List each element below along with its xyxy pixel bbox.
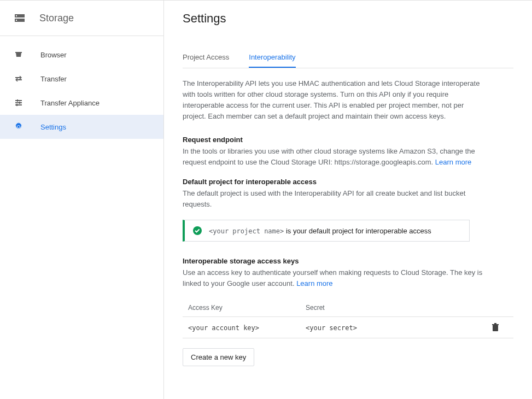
cell-secret: <your secret> — [306, 324, 492, 332]
main-content: Settings Project Access Interoperability… — [164, 1, 532, 399]
sidebar-item-transfer[interactable]: Transfer — [0, 67, 163, 91]
section-access-keys: Interoperable storage access keys Use an… — [183, 257, 513, 366]
bucket-icon — [13, 49, 24, 60]
checkmark-icon — [192, 226, 202, 236]
create-key-button[interactable]: Create a new key — [183, 348, 254, 366]
sidebar-item-browser[interactable]: Browser — [0, 43, 163, 67]
table-row: <your account key> <your secret> — [183, 317, 513, 338]
svg-rect-4 — [15, 52, 22, 53]
transfer-icon — [13, 73, 24, 84]
svg-rect-7 — [15, 102, 22, 103]
request-endpoint-heading: Request endpoint — [183, 136, 513, 144]
sidebar-item-label: Transfer Appliance — [40, 99, 100, 107]
tab-project-access[interactable]: Project Access — [183, 48, 229, 68]
tab-interoperability[interactable]: Interoperability — [249, 48, 295, 68]
svg-rect-5 — [15, 100, 22, 101]
col-action — [492, 304, 508, 312]
svg-rect-3 — [16, 20, 17, 21]
sidebar-item-transfer-appliance[interactable]: Transfer Appliance — [0, 91, 163, 115]
sidebar-item-label: Transfer — [40, 75, 67, 83]
col-access-key: Access Key — [188, 304, 306, 312]
sidebar-item-settings[interactable]: Settings — [0, 115, 163, 139]
learn-more-link[interactable]: Learn more — [296, 279, 332, 287]
request-endpoint-text: In the tools or libraries you use with o… — [183, 146, 489, 168]
access-keys-heading: Interoperable storage access keys — [183, 257, 513, 265]
sidebar-item-label: Settings — [40, 123, 66, 131]
sidebar-nav: Browser Transfer Transfer Appliance Sett… — [0, 36, 163, 139]
gear-icon — [13, 121, 24, 132]
sidebar-header: Storage — [0, 1, 163, 36]
default-project-text: The default project is used with the Int… — [183, 188, 489, 210]
svg-rect-2 — [16, 15, 17, 16]
section-request-endpoint: Request endpoint In the tools or librari… — [183, 136, 513, 168]
cell-action — [492, 323, 508, 332]
default-project-banner: <your project name> is your default proj… — [183, 220, 470, 242]
default-project-heading: Default project for interoperable access — [183, 178, 513, 186]
sidebar: Storage Browser Transfer Transfer Applia… — [0, 1, 164, 399]
page-title: Settings — [183, 11, 513, 26]
delete-key-button[interactable] — [492, 323, 508, 332]
svg-rect-9 — [15, 104, 22, 105]
learn-more-link[interactable]: Learn more — [435, 158, 471, 166]
table-header: Access Key Secret — [183, 299, 513, 317]
svg-rect-8 — [19, 102, 20, 104]
svg-rect-13 — [492, 324, 499, 325]
interoperability-description: The Interoperability API lets you use HM… — [183, 78, 489, 122]
sidebar-title: Storage — [39, 13, 74, 24]
svg-rect-10 — [16, 104, 17, 106]
storage-icon — [13, 11, 26, 25]
cell-access-key: <your account key> — [188, 324, 306, 332]
banner-text: <your project name> is your default proj… — [209, 227, 431, 235]
access-keys-text: Use an access key to authenticate yourse… — [183, 267, 489, 289]
svg-rect-6 — [17, 99, 18, 102]
tabs: Project Access Interoperability — [183, 48, 513, 68]
section-default-project: Default project for interoperable access… — [183, 178, 513, 242]
access-keys-table: Access Key Secret <your account key> <yo… — [183, 299, 513, 338]
sidebar-item-label: Browser — [40, 51, 67, 59]
sliders-icon — [13, 97, 24, 108]
col-secret: Secret — [306, 304, 492, 312]
svg-rect-14 — [494, 323, 496, 324]
svg-rect-12 — [493, 325, 498, 331]
